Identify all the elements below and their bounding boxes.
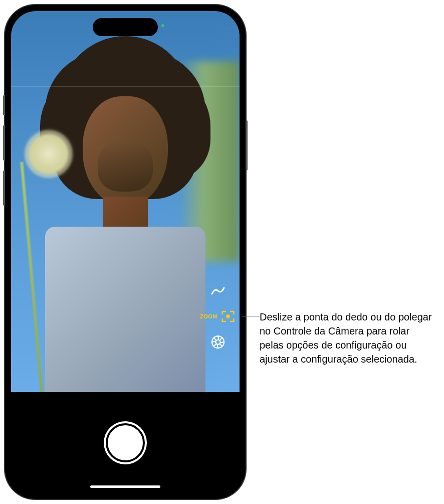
dynamic-island [93,18,158,36]
subject-person [50,36,200,387]
exposure-control-icon[interactable] [209,282,227,300]
home-indicator[interactable] [90,485,160,488]
help-callout: Deslize a ponta do dedo ou do polegar no… [260,310,435,366]
left-side-buttons [3,95,5,216]
volume-down-button[interactable] [3,171,5,206]
photographic-styles-icon[interactable] [209,333,227,351]
svg-point-0 [227,315,230,318]
shutter-button[interactable] [106,423,145,462]
zoom-control-row[interactable]: ZOOM [200,309,236,324]
mute-switch[interactable] [3,95,5,115]
zoom-label: ZOOM [200,313,217,319]
camera-bottom-bar [11,393,240,493]
callout-text: Deslize a ponta do dedo ou do polegar no… [260,310,435,366]
callout-leader-line [242,316,260,316]
power-button[interactable] [246,120,248,171]
subject-face [83,96,168,207]
foreground-flower-stem [20,162,45,392]
foreground-flower [21,126,76,182]
iphone-device-frame: ZOOM [5,5,246,499]
right-side-buttons [246,120,248,171]
camera-control-overlay: ZOOM [200,282,236,351]
volume-up-button[interactable] [3,125,5,160]
iphone-screen: ZOOM [11,11,240,493]
subject-shirt [45,227,205,392]
camera-active-indicator [161,24,164,27]
focus-frame-icon [220,309,236,324]
